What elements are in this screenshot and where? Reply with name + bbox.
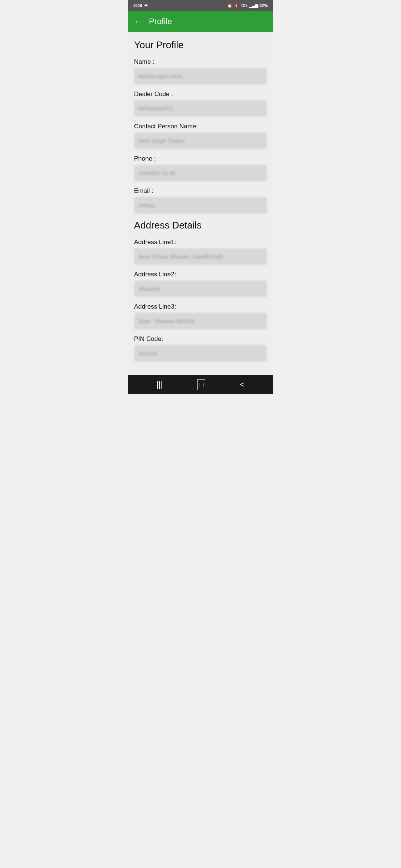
dealer-code-label: Dealer Code : xyxy=(134,91,267,98)
phone-field-group: Phone : xyxy=(134,155,267,181)
contact-person-input[interactable] xyxy=(134,132,267,149)
alarm-icon: ⏰ xyxy=(227,3,232,8)
name-input[interactable] xyxy=(134,68,267,85)
status-indicator: ✳ xyxy=(144,3,148,8)
dealer-code-input[interactable] xyxy=(134,100,267,117)
address-line2-input[interactable] xyxy=(134,280,267,297)
menu-nav-icon[interactable]: ||| xyxy=(156,380,163,389)
status-bar: 2:48 ✳ ⏰ 🔇 4G+ ▂▄▆ 32% xyxy=(128,0,273,11)
name-field-group: Name : xyxy=(134,58,267,85)
address-line3-input[interactable] xyxy=(134,313,267,329)
mute-icon: 🔇 xyxy=(234,3,239,8)
address-line3-label: Address Line3: xyxy=(134,303,267,310)
phone-label: Phone : xyxy=(134,155,267,162)
address-details-title: Address Details xyxy=(134,220,267,231)
contact-person-field-group: Contact Person Name: xyxy=(134,123,267,149)
network-icon: 4G+ xyxy=(241,4,248,8)
pin-code-field-group: PIN Code: xyxy=(134,335,267,362)
email-field-group: Email : xyxy=(134,187,267,214)
name-label: Name : xyxy=(134,58,267,66)
address-line1-field-group: Address Line1: xyxy=(134,239,267,265)
phone-input[interactable] xyxy=(134,165,267,181)
nav-bar: ||| □ < xyxy=(128,375,273,394)
pin-code-input[interactable] xyxy=(134,345,267,362)
address-line1-label: Address Line1: xyxy=(134,239,267,246)
signal-bars: ▂▄▆ xyxy=(249,3,258,8)
address-line1-input[interactable] xyxy=(134,248,267,265)
dealer-code-field-group: Dealer Code : xyxy=(134,91,267,117)
email-label: Email : xyxy=(134,187,267,195)
status-right: ⏰ 🔇 4G+ ▂▄▆ 32% xyxy=(227,3,268,8)
pin-code-label: PIN Code: xyxy=(134,335,267,343)
home-nav-icon[interactable]: □ xyxy=(197,379,205,390)
contact-person-label: Contact Person Name: xyxy=(134,123,267,130)
back-button[interactable]: ← xyxy=(134,16,143,27)
back-nav-icon[interactable]: < xyxy=(240,380,245,389)
battery-icon: 32% xyxy=(260,3,268,8)
app-bar-title: Profile xyxy=(149,17,172,26)
main-content: Your Profile Name : Dealer Code : Contac… xyxy=(128,32,273,375)
email-input[interactable] xyxy=(134,197,267,214)
status-time: 2:48 xyxy=(133,3,142,8)
your-profile-title: Your Profile xyxy=(134,39,267,51)
address-line3-field-group: Address Line3: xyxy=(134,303,267,329)
app-bar: ← Profile xyxy=(128,11,273,32)
address-line2-field-group: Address Line2: xyxy=(134,271,267,297)
status-left: 2:48 ✳ xyxy=(133,3,148,8)
address-line2-label: Address Line2: xyxy=(134,271,267,278)
